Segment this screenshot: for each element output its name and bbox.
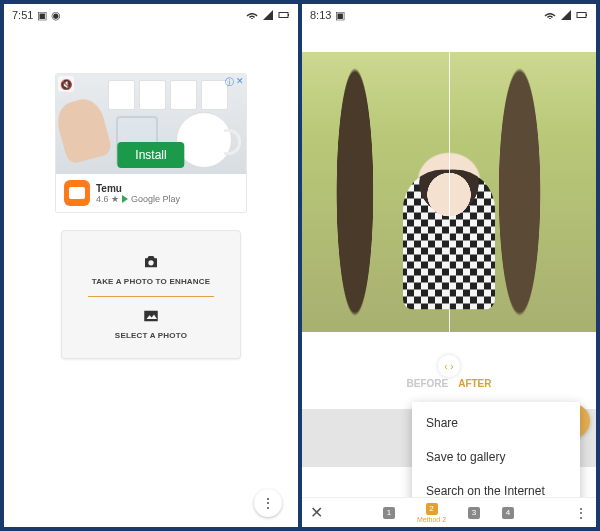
ad-hero-image: 🔇 ⓘ ✕ Install: [56, 74, 246, 174]
flag-icon: ▣: [335, 9, 345, 22]
step-2[interactable]: 2Method 2: [417, 503, 446, 523]
status-time: 8:13: [310, 9, 331, 21]
ad-info-icon[interactable]: ⓘ: [225, 76, 234, 89]
ad-close-icon[interactable]: ✕: [236, 76, 244, 89]
ad-store: Google Play: [131, 194, 180, 204]
before-after-labels: BEFORE AFTER: [406, 378, 491, 389]
battery-icon: [576, 9, 588, 21]
phone-left: 7:51 ▣ ◉ 🔇 ⓘ ✕ Install: [4, 4, 298, 527]
battery-icon: [278, 9, 290, 21]
svg-point-2: [148, 260, 153, 265]
step-3[interactable]: 3: [468, 507, 480, 519]
camera-icon: [141, 253, 161, 271]
step-2-label: Method 2: [417, 516, 446, 523]
context-menu: Share Save to gallery Search on the Inte…: [412, 402, 580, 497]
take-photo-button[interactable]: TAKE A PHOTO TO ENHANCE: [72, 245, 230, 294]
ad-info-row: Temu 4.6 ★ Google Play: [56, 174, 246, 212]
status-bar: 7:51 ▣ ◉: [4, 4, 298, 26]
select-photo-button[interactable]: SELECT A PHOTO: [72, 299, 230, 348]
image-icon: [141, 307, 161, 325]
status-bar: 8:13 ▣: [302, 4, 596, 26]
right-content: ‹ › BEFORE AFTER Share Save to gallery S…: [302, 26, 596, 527]
bottom-bar: ✕ 1 2Method 2 3 4 ⋮: [302, 497, 596, 527]
menu-share[interactable]: Share: [412, 406, 580, 440]
svg-rect-5: [577, 13, 586, 18]
ad-app-name: Temu: [96, 183, 180, 194]
phone-right: 8:13 ▣ ‹ › BEFORE AFTER Share Save to ga…: [302, 4, 596, 527]
google-play-icon: [122, 195, 128, 203]
slider-handle[interactable]: ‹ ›: [438, 355, 460, 377]
ad-rating: 4.6 ★: [96, 194, 119, 204]
signal-icon: [560, 9, 572, 21]
select-photo-label: SELECT A PHOTO: [115, 331, 187, 340]
wifi-icon: [544, 9, 556, 21]
close-icon[interactable]: ✕: [310, 503, 323, 522]
action-card: TAKE A PHOTO TO ENHANCE SELECT A PHOTO: [61, 230, 241, 359]
install-button[interactable]: Install: [117, 142, 184, 168]
mute-icon[interactable]: 🔇: [58, 76, 74, 92]
before-label: BEFORE: [406, 378, 448, 389]
step-1[interactable]: 1: [383, 507, 395, 519]
menu-save[interactable]: Save to gallery: [412, 440, 580, 474]
menu-search[interactable]: Search on the Internet: [412, 474, 580, 497]
flag-icon: ▣: [37, 9, 47, 22]
location-icon: ◉: [51, 9, 61, 22]
more-fab[interactable]: ⋮: [254, 489, 282, 517]
signal-icon: [262, 9, 274, 21]
temu-app-icon: [64, 180, 90, 206]
photo-compare-area[interactable]: ‹ › BEFORE AFTER Share Save to gallery S…: [302, 26, 596, 497]
more-icon[interactable]: ⋮: [574, 505, 588, 521]
take-photo-label: TAKE A PHOTO TO ENHANCE: [92, 277, 211, 286]
svg-rect-0: [279, 13, 288, 18]
divider: [88, 296, 214, 297]
status-time: 7:51: [12, 9, 33, 21]
svg-rect-1: [288, 14, 289, 16]
after-label: AFTER: [458, 378, 491, 389]
svg-rect-6: [586, 14, 587, 16]
ad-card[interactable]: 🔇 ⓘ ✕ Install Temu 4.6 ★ Google Play: [56, 74, 246, 212]
svg-rect-3: [144, 311, 158, 322]
wifi-icon: [246, 9, 258, 21]
step-4[interactable]: 4: [502, 507, 514, 519]
left-content: 🔇 ⓘ ✕ Install Temu 4.6 ★ Google Play: [4, 26, 298, 527]
